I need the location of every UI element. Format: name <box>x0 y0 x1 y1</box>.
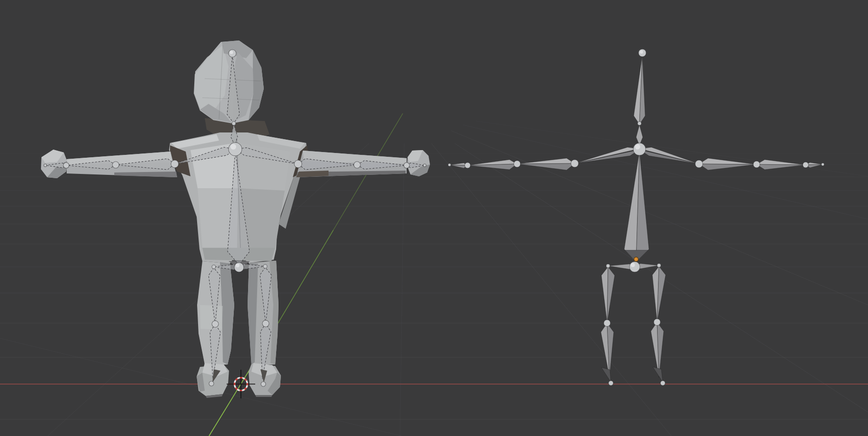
joint-knee-left <box>604 320 610 326</box>
joint-wrist-left <box>63 162 69 168</box>
joint-elbow-right <box>354 162 360 168</box>
joint-elbow-right <box>753 161 760 168</box>
joint-toe-right <box>261 382 266 386</box>
joint-neck <box>232 122 236 125</box>
joint-shoulder-left <box>571 160 579 167</box>
object-origin-dot[interactable] <box>634 257 639 262</box>
joint-hips <box>234 263 244 272</box>
joint-wrist-right <box>803 162 808 168</box>
joint-shoulder-left <box>171 160 179 168</box>
joint-hip-left <box>606 264 610 268</box>
joint-wrist-left <box>465 162 470 168</box>
joint-toe-left <box>609 381 613 385</box>
joint-shoulder-right <box>294 160 302 168</box>
joint-elbow-left <box>514 161 520 167</box>
joint-neck <box>638 122 641 125</box>
joint-chest <box>633 143 646 155</box>
joint-wrist-right <box>404 162 409 168</box>
joint-toe-right <box>660 381 665 385</box>
joint-hips <box>629 262 640 272</box>
joint-elbow-left <box>112 162 119 168</box>
joint-knee-left <box>212 321 219 327</box>
joint-knee-right <box>262 320 269 327</box>
joint-hand-tip-right <box>821 163 824 166</box>
viewport-3d[interactable] <box>0 0 868 436</box>
joint-toe-left <box>209 381 214 386</box>
joint-knee-right <box>654 319 660 325</box>
joint-hand-tip-left <box>44 164 47 167</box>
joint-hip-right <box>263 264 267 268</box>
viewport-background[interactable] <box>0 0 868 436</box>
joint-shoulder-right <box>695 160 703 168</box>
joint-hand-tip-right <box>423 164 426 167</box>
joint-chest <box>229 142 242 156</box>
joint-hand-tip-left <box>448 163 451 166</box>
joint-hip-right <box>657 264 661 267</box>
joint-hip-left <box>212 265 216 269</box>
